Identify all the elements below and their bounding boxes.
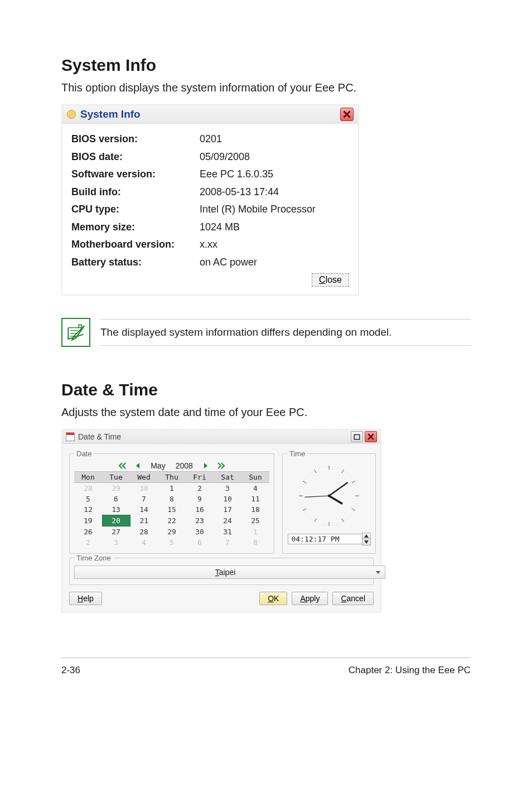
calendar-day[interactable]: 26 bbox=[74, 526, 102, 538]
date-legend: Date bbox=[74, 450, 94, 458]
calendar-day[interactable]: 23 bbox=[186, 515, 214, 526]
calendar[interactable]: MonTueWedThuFriSatSun 282930123456789101… bbox=[74, 471, 269, 548]
cancel-button[interactable]: Cancel bbox=[332, 592, 374, 605]
calendar-day[interactable]: 30 bbox=[130, 483, 158, 494]
svg-line-5 bbox=[342, 470, 344, 473]
calendar-day[interactable]: 22 bbox=[158, 515, 186, 526]
calendar-day[interactable]: 5 bbox=[158, 537, 186, 548]
prev-month-icon[interactable] bbox=[133, 461, 143, 470]
calendar-day[interactable]: 30 bbox=[186, 526, 214, 538]
calendar-day[interactable]: 2 bbox=[74, 537, 102, 548]
apply-button[interactable]: Apply bbox=[292, 592, 328, 605]
calendar-day[interactable]: 28 bbox=[74, 483, 102, 494]
system-info-title: System Info bbox=[80, 108, 141, 120]
maximize-icon[interactable] bbox=[351, 431, 363, 442]
calendar-day[interactable]: 29 bbox=[102, 483, 130, 494]
calendar-day[interactable]: 21 bbox=[130, 515, 158, 526]
timezone-accel: T bbox=[215, 568, 219, 577]
calendar-day[interactable]: 6 bbox=[102, 494, 130, 504]
system-info-window: System Info BIOS version:0201BIOS date:0… bbox=[61, 104, 359, 296]
spinner-up-icon[interactable] bbox=[362, 533, 370, 539]
info-value: x.xx bbox=[200, 236, 349, 254]
close-icon[interactable] bbox=[365, 431, 377, 442]
calendar-day[interactable]: 14 bbox=[130, 504, 158, 515]
calendar-day[interactable]: 24 bbox=[214, 515, 241, 526]
svg-point-17 bbox=[328, 495, 331, 497]
info-row: Software version:Eee PC 1.6.0.35 bbox=[71, 166, 349, 183]
time-input[interactable]: 04:12:17 PM bbox=[288, 534, 362, 544]
svg-line-7 bbox=[352, 509, 355, 511]
calendar-day[interactable]: 4 bbox=[241, 483, 269, 494]
calendar-day[interactable]: 4 bbox=[130, 537, 158, 548]
info-label: Build info: bbox=[71, 183, 200, 201]
calendar-day[interactable]: 5 bbox=[74, 494, 102, 504]
ok-button[interactable]: OK bbox=[259, 592, 287, 605]
close-button[interactable]: Close bbox=[312, 273, 349, 287]
calendar-day[interactable]: 8 bbox=[158, 494, 186, 504]
calendar-day[interactable]: 9 bbox=[186, 494, 214, 504]
calendar-day[interactable]: 12 bbox=[74, 504, 102, 515]
svg-rect-0 bbox=[354, 434, 360, 439]
date-time-titlebar: Date & Time bbox=[62, 430, 380, 444]
info-label: Memory size: bbox=[71, 219, 200, 236]
calendar-day[interactable]: 11 bbox=[241, 494, 269, 504]
info-label: Software version: bbox=[71, 166, 200, 183]
calendar-day[interactable]: 1 bbox=[158, 483, 186, 494]
date-time-window: Date & Time Date bbox=[61, 429, 381, 613]
time-group: Time bbox=[282, 450, 376, 554]
section-title-date-time: Date & Time bbox=[61, 380, 471, 399]
section-description-date-time: Adjusts the system date and time of your… bbox=[61, 406, 471, 419]
calendar-day-header: Fri bbox=[186, 472, 214, 483]
calendar-day[interactable]: 17 bbox=[214, 504, 241, 515]
help-button[interactable]: Help bbox=[69, 592, 102, 605]
spinner-down-icon[interactable] bbox=[362, 539, 370, 545]
system-info-body: BIOS version:0201BIOS date:05/09/2008Sof… bbox=[62, 124, 358, 294]
info-label: BIOS date: bbox=[71, 148, 200, 166]
calendar-day[interactable]: 8 bbox=[241, 537, 269, 548]
info-label: Motherboard version: bbox=[71, 236, 200, 254]
calendar-day[interactable]: 1 bbox=[241, 526, 269, 538]
info-label: BIOS version: bbox=[71, 131, 200, 148]
calendar-day[interactable]: 20 bbox=[102, 515, 130, 526]
calendar-day[interactable]: 15 bbox=[158, 504, 186, 515]
system-info-app-icon bbox=[67, 110, 76, 119]
calendar-day[interactable]: 7 bbox=[130, 494, 158, 504]
calendar-day[interactable]: 29 bbox=[158, 526, 186, 538]
info-value: Eee PC 1.6.0.35 bbox=[200, 166, 349, 183]
info-value: 05/09/2008 bbox=[200, 148, 349, 166]
close-icon[interactable] bbox=[340, 108, 354, 121]
next-month-icon[interactable] bbox=[201, 461, 211, 470]
calendar-day[interactable]: 25 bbox=[241, 515, 269, 526]
month-label: May bbox=[148, 461, 167, 470]
svg-line-10 bbox=[303, 509, 306, 511]
timezone-group: Time Zone Taipei bbox=[69, 554, 374, 585]
calendar-day[interactable]: 3 bbox=[102, 537, 130, 548]
note-icon bbox=[61, 318, 90, 347]
svg-line-15 bbox=[329, 482, 348, 496]
prev-year-icon[interactable] bbox=[117, 461, 127, 470]
calendar-day[interactable]: 31 bbox=[214, 526, 241, 538]
info-value: on AC power bbox=[200, 254, 349, 272]
calendar-day[interactable]: 19 bbox=[74, 515, 102, 526]
timezone-select[interactable]: Taipei bbox=[74, 566, 385, 579]
date-group: Date May 2008 bbox=[69, 450, 274, 554]
calendar-day[interactable]: 13 bbox=[102, 504, 130, 515]
calendar-day[interactable]: 2 bbox=[186, 483, 214, 494]
calendar-day[interactable]: 3 bbox=[214, 483, 241, 494]
calendar-day[interactable]: 6 bbox=[186, 537, 214, 548]
info-row: Memory size:1024 MB bbox=[71, 219, 349, 236]
note-row: The displayed system information differs… bbox=[61, 318, 471, 347]
calendar-app-icon bbox=[66, 432, 75, 441]
calendar-day[interactable]: 7 bbox=[214, 537, 241, 548]
note-text: The displayed system information differs… bbox=[100, 319, 471, 346]
calendar-day[interactable]: 28 bbox=[130, 526, 158, 538]
next-year-icon[interactable] bbox=[216, 461, 226, 470]
info-value: 1024 MB bbox=[200, 219, 349, 236]
calendar-day[interactable]: 27 bbox=[102, 526, 130, 538]
calendar-day[interactable]: 16 bbox=[186, 504, 214, 515]
calendar-day[interactable]: 18 bbox=[241, 504, 269, 515]
calendar-day[interactable]: 10 bbox=[214, 494, 241, 504]
time-spinner[interactable] bbox=[362, 533, 371, 545]
svg-line-14 bbox=[329, 496, 342, 504]
timezone-value-rest: aipei bbox=[219, 568, 236, 577]
